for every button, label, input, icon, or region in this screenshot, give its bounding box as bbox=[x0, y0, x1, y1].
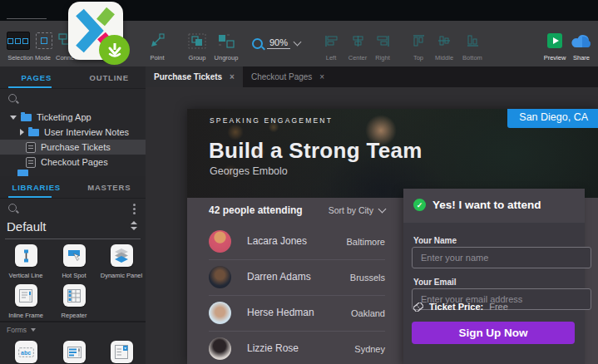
attendee-count: 42 people attending bbox=[209, 204, 303, 216]
tab-pages[interactable]: PAGES bbox=[0, 66, 73, 88]
kit-stepper-icon[interactable] bbox=[131, 221, 137, 230]
email-field-label: Your Email bbox=[413, 278, 457, 287]
attendee-row[interactable]: Herse Hedman Oakland bbox=[209, 296, 385, 332]
hero-image[interactable]: SPEAKING ENGAGEMENT Build a Strong Team … bbox=[187, 109, 598, 198]
tree-item-partial[interactable] bbox=[0, 170, 146, 176]
left-panel: PAGES OUTLINE Ticketing App User Intervi… bbox=[0, 66, 146, 364]
point-label: Point bbox=[141, 54, 174, 61]
design-canvas[interactable]: SPEAKING ENGAGEMENT Build a Strong Team … bbox=[146, 87, 598, 364]
attendee-row[interactable]: Lizzie Rose Sydney bbox=[209, 332, 385, 364]
forms-section-header[interactable]: Forms bbox=[7, 326, 36, 334]
axure-app-window: Selection Mode Connect Insert Point Grou bbox=[0, 0, 598, 364]
name-input[interactable] bbox=[412, 247, 591, 268]
align-bottom-icon bbox=[455, 31, 490, 51]
align-bottom-label: Bottom bbox=[455, 54, 490, 61]
price-label: Ticket Price: bbox=[429, 302, 483, 312]
search-icon[interactable] bbox=[8, 94, 17, 102]
canvas-tab-strip: Purchase Tickets × Checkout Pages × bbox=[146, 66, 598, 87]
chevron-down-icon bbox=[378, 205, 387, 214]
close-tab-icon[interactable]: × bbox=[319, 72, 324, 81]
point-icon bbox=[141, 31, 174, 51]
tree-item-checkout-pages[interactable]: Checkout Pages bbox=[0, 155, 146, 170]
page-icon bbox=[26, 142, 36, 153]
widget-text-field[interactable]: abc bbox=[3, 341, 48, 364]
widget-vertical-line[interactable]: Vertical Line bbox=[3, 244, 48, 279]
avatar bbox=[209, 302, 231, 324]
ticket-icon bbox=[413, 303, 423, 312]
avatar bbox=[209, 337, 231, 360]
preview-play-icon bbox=[547, 33, 562, 48]
canvas-tab-purchase-tickets[interactable]: Purchase Tickets × bbox=[146, 66, 243, 87]
inline-frame-icon bbox=[15, 284, 37, 307]
collapse-arrow-icon[interactable] bbox=[20, 129, 24, 135]
droplist-icon bbox=[111, 341, 133, 363]
attendee-rows: Lacara Jones Baltimore Darren Adams Brus… bbox=[209, 224, 385, 364]
widget-inline-frame[interactable]: Inline Frame bbox=[3, 284, 48, 319]
search-icon[interactable] bbox=[8, 204, 17, 212]
section-caret-icon bbox=[31, 328, 36, 332]
zoom-magnifier-icon bbox=[252, 38, 263, 49]
zoom-control[interactable]: 90% bbox=[252, 31, 317, 49]
align-right-button[interactable]: Right bbox=[366, 31, 399, 61]
tab-masters[interactable]: MASTERS bbox=[73, 176, 146, 198]
repeater-icon bbox=[63, 284, 86, 307]
page-icon bbox=[26, 157, 36, 168]
location-badge[interactable]: San Diego, CA bbox=[507, 109, 598, 128]
sign-up-button[interactable]: Sign Up Now bbox=[412, 322, 575, 344]
share-label: Share bbox=[566, 54, 596, 61]
ticket-price-row: Ticket Price: Free bbox=[413, 302, 508, 312]
folder-icon bbox=[17, 170, 28, 176]
library-kit-selector[interactable]: Default bbox=[0, 216, 146, 239]
zoom-value[interactable]: 90% bbox=[267, 37, 290, 49]
widget-dynamic-panel[interactable]: Dynamic Panel bbox=[99, 244, 144, 279]
pages-panel-tabs: PAGES OUTLINE bbox=[0, 66, 146, 89]
widget-text-area[interactable] bbox=[52, 341, 96, 364]
ungroup-icon bbox=[208, 31, 245, 51]
widget-repeater[interactable]: Repeater bbox=[52, 284, 96, 319]
selection-mode-label: Selection Mode bbox=[5, 54, 53, 61]
hero-title: Build a Strong Team bbox=[209, 138, 423, 164]
text-field-icon: abc bbox=[15, 341, 37, 363]
tab-outline[interactable]: OUTLINE bbox=[73, 66, 146, 88]
name-field-label: Your Name bbox=[413, 236, 457, 245]
align-right-icon bbox=[366, 31, 399, 51]
tree-item-purchase-tickets[interactable]: Purchase Tickets bbox=[0, 140, 146, 155]
tab-libraries[interactable]: LIBRARIES bbox=[0, 176, 73, 198]
hero-speaker: Georges Embolo bbox=[210, 165, 288, 177]
zoom-chevron-down-icon[interactable] bbox=[294, 38, 302, 47]
text-area-icon bbox=[63, 341, 86, 363]
sort-by-city-dropdown[interactable]: Sort by City bbox=[329, 205, 385, 215]
share-button[interactable]: Share bbox=[566, 31, 596, 61]
attendee-row[interactable]: Lacara Jones Baltimore bbox=[209, 224, 385, 260]
point-mode-button[interactable]: Point bbox=[141, 31, 174, 61]
download-badge-icon bbox=[99, 35, 130, 65]
ungroup-button[interactable]: Ungroup bbox=[208, 31, 245, 61]
selection-intersect-icon[interactable] bbox=[7, 32, 30, 50]
prototype-page[interactable]: SPEAKING ENGAGEMENT Build a Strong Team … bbox=[187, 109, 598, 364]
close-tab-icon[interactable]: × bbox=[230, 72, 235, 81]
tree-item-ticketing-app[interactable]: Ticketing App bbox=[0, 110, 146, 125]
widget-droplist[interactable] bbox=[99, 341, 144, 364]
share-cloud-icon bbox=[566, 31, 596, 51]
tree-item-user-interview-notes[interactable]: User Interview Notes bbox=[0, 125, 146, 140]
svg-text:abc: abc bbox=[21, 350, 31, 356]
folder-icon bbox=[28, 129, 39, 136]
pages-tree: Ticketing App User Interview Notes Purch… bbox=[0, 110, 146, 176]
canvas-tab-checkout-pages[interactable]: Checkout Pages × bbox=[243, 66, 333, 87]
more-options-icon[interactable] bbox=[133, 204, 136, 206]
pages-search-row bbox=[0, 88, 146, 109]
avatar bbox=[209, 230, 231, 253]
hero-eyebrow: SPEAKING ENGAGEMENT bbox=[210, 116, 333, 125]
dynamic-panel-icon bbox=[111, 244, 133, 267]
attendee-row[interactable]: Darren Adams Brussels bbox=[209, 260, 385, 296]
form-heading: Yes! I want to attend bbox=[432, 199, 541, 211]
align-bottom-button[interactable]: Bottom bbox=[455, 31, 490, 61]
avatar bbox=[209, 266, 231, 288]
check-circle-icon: ✓ bbox=[413, 199, 426, 211]
libraries-panel-tabs: LIBRARIES MASTERS bbox=[0, 176, 146, 199]
widget-hot-spot[interactable]: Hot Spot bbox=[52, 244, 96, 279]
section-divider bbox=[0, 321, 146, 322]
selection-mode-button[interactable]: Selection Mode bbox=[5, 31, 53, 61]
expand-arrow-icon[interactable] bbox=[10, 116, 17, 120]
folder-icon bbox=[21, 114, 32, 121]
